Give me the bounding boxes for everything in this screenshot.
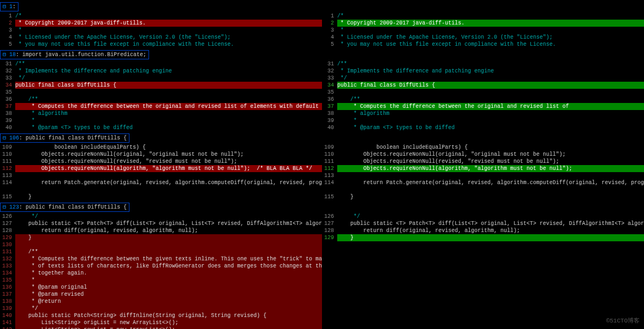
line-number: 32 [0,68,15,75]
right-diff-line[interactable]: 127 public static <T> Patch<T> diff(List… [322,220,644,227]
left-diff-line[interactable]: 5 * you may not use this file except in … [0,41,322,48]
code-content: /** [337,60,644,68]
left-diff-line[interactable]: 38 * algorithm [0,110,322,117]
right-diff-line[interactable]: 128 return diff(original, revised, algor… [322,227,644,234]
right-diff-line[interactable]: ualParts); [322,186,644,193]
right-diff-line[interactable]: 37 * Computes the difference between the… [322,103,644,110]
hunk-header[interactable]: ⊟ 106: public final class DiffUtills { [0,133,129,143]
left-diff-line[interactable]: 134 * together again. [0,270,322,277]
left-diff-line[interactable]: 135 * [0,277,322,284]
right-diff-line[interactable]: 31/** [322,60,644,68]
code-content: * [15,117,322,124]
code-content: Objects.requireNonNull(algorithm, "algor… [15,165,322,172]
code-content: Objects.requireNonNull(revised, "revised… [15,158,322,165]
watermark-text: ©51CTO博客 [606,317,640,325]
left-diff-line[interactable]: 130 [0,241,322,248]
left-diff-line[interactable]: 127 public static <T> Patch<T> diff(List… [0,220,322,227]
line-number: 128 [0,227,15,234]
left-diff-line[interactable]: 141 List<String> origList = new ArrayLis… [0,319,322,326]
right-pane[interactable]: 31/**32 * Implements the difference and … [322,60,644,131]
right-pane[interactable]: 126 */127 public static <T> Patch<T> dif… [322,213,644,329]
left-diff-line[interactable]: 34public final class DiffUtills { [0,82,322,89]
left-diff-line[interactable]: 40 * @param <T> types to be diffed [0,124,322,131]
right-diff-line[interactable]: 4 * Licensed under the Apache License, V… [322,34,644,41]
code-content: */ [337,213,644,220]
left-diff-line[interactable]: 129 } [0,234,322,241]
left-diff-line[interactable]: 109 boolean includeEqualParts) { [0,144,322,151]
line-number: 137 [0,291,15,298]
code-content: * Computes the difference between the gi… [15,255,322,263]
line-number: 141 [0,319,15,326]
left-diff-line[interactable]: 133 * of texts lists of characters, like… [0,263,322,270]
left-diff-line[interactable]: 31/** [0,60,322,68]
left-diff-line[interactable]: 139 */ [0,305,322,312]
right-pane[interactable]: 1/*2 * Copyright 2009-2017 java-diff-uti… [322,13,644,48]
hunk-header[interactable]: ⊟ 1: [0,2,18,11]
left-diff-line[interactable]: 132 * Computes the difference between th… [0,255,322,263]
right-diff-line[interactable]: 38 * algorithm [322,110,644,117]
line-number: 37 [0,103,15,110]
right-diff-line[interactable]: 32 * Implements the difference and patch… [322,68,644,75]
right-pane[interactable]: 109 boolean includeEqualParts) {110 Obje… [322,144,644,200]
right-diff-line[interactable]: 36 /** [322,96,644,103]
line-number: 134 [0,270,15,277]
hunk-header[interactable]: ⊟ 123: public final class DiffUtills { [0,203,129,212]
code-content [337,172,644,179]
left-pane[interactable]: 126 */127 public static <T> Patch<T> dif… [0,213,322,329]
left-diff-line[interactable]: 36 /** [0,96,322,103]
left-diff-line[interactable]: 35 [0,89,322,96]
right-diff-line[interactable]: 1/* [322,13,644,20]
left-diff-line[interactable]: 131 /** [0,248,322,255]
right-diff-line[interactable]: 40 * @param <T> types to be diffed [322,124,644,131]
right-diff-line[interactable]: 113 [322,172,644,179]
left-diff-line[interactable]: 4 * Licensed under the Apache License, V… [0,34,322,41]
left-diff-line[interactable]: 111 Objects.requireNonNull(revised, "rev… [0,158,322,165]
left-diff-line[interactable]: 138 * @return [0,298,322,305]
right-diff-line[interactable]: 35 [322,89,644,96]
left-diff-line[interactable]: ualParts); [0,186,322,193]
left-diff-line[interactable]: 32 * Implements the difference and patch… [0,68,322,75]
left-diff-line[interactable]: 3 * [0,27,322,34]
right-diff-line[interactable]: 33 */ [322,75,644,82]
code-content: ualParts); [15,186,322,193]
right-diff-line[interactable]: 112 Objects.requireNonNull(algorithm, "a… [322,165,644,172]
right-diff-line[interactable]: 34public final class DiffUtils { [322,82,644,89]
left-pane[interactable]: 1/*2 * Copyright 2009-2017 java-diff-uti… [0,13,322,48]
right-diff-line[interactable]: 109 boolean includeEqualParts) { [322,144,644,151]
left-diff-line[interactable]: 128 return diff(original, revised, algor… [0,227,322,234]
code-content: /* [15,13,322,20]
left-diff-line[interactable]: 137 * @param revised [0,291,322,298]
left-diff-line[interactable]: 113 [0,172,322,179]
line-number: 111 [0,158,15,165]
right-diff-line[interactable]: 2 * Copyright 2009-2017 java-diff-utils. [322,20,644,27]
left-diff-line[interactable]: 126 */ [0,213,322,220]
right-diff-line[interactable]: 3 * [322,27,644,34]
left-diff-line[interactable]: 142 List<String> revList = new ArrayList… [0,326,322,329]
left-diff-line[interactable]: 2 * Copyright 2009-2017 java-diff-utills… [0,20,322,27]
right-diff-line[interactable]: 126 */ [322,213,644,220]
left-diff-line[interactable]: 112 Objects.requireNonNull(algorithm, "a… [0,165,322,172]
left-diff-line[interactable]: 37 * Computes the difference between the… [0,103,322,110]
code-content: * Computes the difference between the or… [15,103,322,110]
line-number: 114 [0,179,15,186]
left-diff-line[interactable]: 110 Objects.requireNonNull(original, "or… [0,151,322,158]
left-pane[interactable]: 109 boolean includeEqualParts) {110 Obje… [0,144,322,200]
right-diff-line[interactable]: 110 Objects.requireNonNull(original, "or… [322,151,644,158]
left-diff-line[interactable]: 114 return Patch.generate(original, revi… [0,179,322,186]
left-diff-line[interactable]: 39 * [0,117,322,124]
right-diff-line[interactable]: 39 * [322,117,644,124]
right-diff-line[interactable]: 115 } [322,193,644,200]
left-diff-line[interactable]: 33 */ [0,75,322,82]
left-diff-line[interactable]: 1/* [0,13,322,20]
left-diff-line[interactable]: 136 * @param original [0,284,322,291]
right-diff-line[interactable]: 129 } [322,234,644,241]
code-content: * Copyright 2009-2017 java-diff-utills. [15,20,322,27]
hunk-header[interactable]: ⊟ 18: import java.util.function.BiPredic… [0,50,149,59]
right-diff-line[interactable]: 5 * you may not use this file except in … [322,41,644,48]
line-number: 38 [322,110,337,117]
left-pane[interactable]: 31/**32 * Implements the difference and … [0,60,322,131]
right-diff-line[interactable]: 114 return Patch.generate(original, revi… [322,179,644,186]
left-diff-line[interactable]: 140 public static Patch<String> diffInli… [0,312,322,319]
right-diff-line[interactable]: 111 Objects.requireNonNull(revised, "rev… [322,158,644,165]
left-diff-line[interactable]: 115 } [0,193,322,200]
